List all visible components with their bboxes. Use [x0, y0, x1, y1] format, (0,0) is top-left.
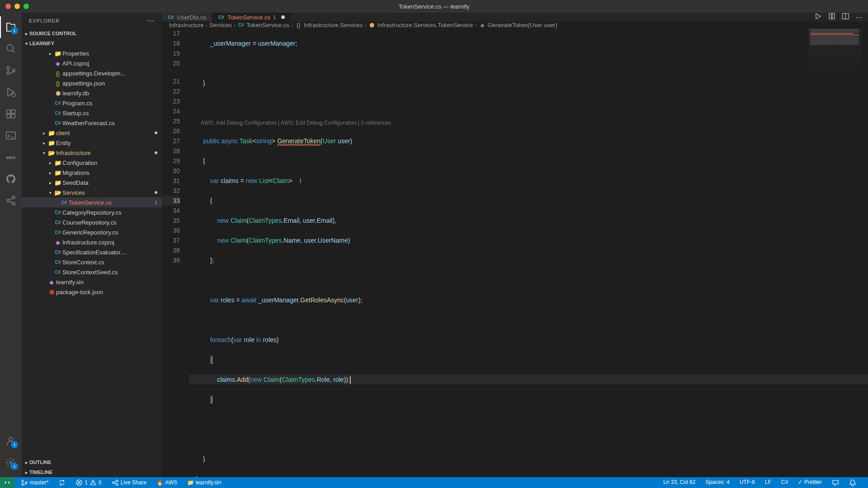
branch-button[interactable]: master*	[19, 477, 50, 488]
run-icon[interactable]	[815, 13, 822, 22]
split-icon[interactable]	[842, 13, 849, 22]
tree-file-tokenservice[interactable]: C#TokenService.cs1	[22, 197, 162, 207]
codelens[interactable]: AWS: Add Debug Configuration | AWS: Edit…	[201, 120, 391, 126]
tree-file-infracsproj[interactable]: ◆Infrastructure.csproj	[22, 237, 162, 247]
tree-file-learnifydb[interactable]: ⬢learnify.db	[22, 88, 162, 98]
maximize-window-button[interactable]	[24, 4, 29, 9]
csharp-icon: C#	[217, 15, 225, 20]
section-timeline[interactable]: TIMELINE	[22, 467, 162, 477]
encoding-button[interactable]: UTF-8	[738, 479, 757, 485]
solution-button[interactable]: 📁 learnify.sln	[185, 477, 223, 488]
tree-file-program[interactable]: C#Program.cs	[22, 98, 162, 108]
minimize-window-button[interactable]	[14, 4, 20, 9]
svg-rect-5	[7, 110, 10, 113]
svg-point-16	[22, 483, 24, 485]
tree-file-appsettings[interactable]: {}appsettings.json	[22, 78, 162, 88]
tab-bar: C# UserDto.cs C# TokenService.cs 1 ⋯	[162, 13, 868, 22]
breadcrumb-item[interactable]: GenerateToken(User user)	[488, 22, 557, 28]
terminal-tab[interactable]	[0, 125, 22, 146]
source-control-tab[interactable]	[0, 60, 22, 81]
tree-file-weather[interactable]: C#WeatherForecast.cs	[22, 118, 162, 128]
csharp-icon: C#	[237, 23, 245, 28]
minimap[interactable]	[807, 28, 862, 83]
flame-icon: 🔥	[156, 479, 163, 486]
svg-point-4	[12, 93, 15, 97]
tree-folder-services[interactable]: ▾📂Services	[22, 188, 162, 197]
eol-button[interactable]: LF	[763, 479, 773, 485]
sidebar-title: EXPLORER	[29, 18, 60, 23]
accounts-badge: 1	[11, 441, 18, 448]
explorer-badge: 1	[11, 27, 18, 34]
chevron-right-icon: ›	[364, 22, 366, 28]
svg-rect-12	[829, 14, 831, 19]
breadcrumb-item[interactable]: Services	[209, 22, 232, 28]
tree-file-packagelock[interactable]: ⬢package-lock.json	[22, 287, 162, 297]
tree-folder-entity[interactable]: ▸📁Entity	[22, 138, 162, 148]
settings-button[interactable]: 1	[0, 452, 22, 474]
run-debug-tab[interactable]	[0, 81, 22, 103]
search-tab[interactable]	[0, 38, 22, 60]
tree-file-startup[interactable]: C#Startup.cs	[22, 108, 162, 118]
breadcrumb-item[interactable]: TokenService.cs	[246, 22, 289, 28]
tree-folder-client[interactable]: ▸📁client	[22, 128, 162, 138]
svg-point-10	[9, 437, 13, 441]
tree-folder-infrastructure[interactable]: ▾📂Infrastructure	[22, 148, 162, 158]
chevron-right-icon: ›	[475, 22, 476, 28]
tree-folder-migrations[interactable]: ▸📁Migrations	[22, 168, 162, 178]
indentation-button[interactable]: Spaces: 4	[704, 479, 731, 485]
method-icon: ◈	[479, 22, 486, 28]
share-tab[interactable]	[0, 190, 22, 211]
more-icon[interactable]: ⋯	[855, 13, 863, 22]
breadcrumb-item[interactable]: Infrastructure.Services	[304, 22, 363, 28]
cursor-position[interactable]: Ln 33, Col 62	[661, 479, 697, 485]
tab-userdto[interactable]: C# UserDto.cs	[162, 13, 212, 22]
tree-folder-seeddata[interactable]: ▸📁SeedData	[22, 178, 162, 188]
tree-file-storecontext[interactable]: C#StoreContext.cs	[22, 257, 162, 267]
svg-rect-13	[832, 14, 835, 19]
chevron-right-icon	[25, 470, 28, 475]
code-content[interactable]: _userManager = userManager; } AWS: Add D…	[189, 28, 868, 477]
svg-rect-6	[11, 110, 15, 113]
language-button[interactable]: C#	[779, 479, 790, 485]
accounts-button[interactable]: 1	[0, 430, 22, 452]
breadcrumb-item[interactable]: Infrastructure.Services.TokenService	[377, 22, 473, 28]
diff-icon[interactable]	[828, 13, 835, 22]
svg-point-15	[22, 480, 24, 482]
tree-file-apicsproj[interactable]: ◆API.csproj	[22, 58, 162, 68]
remote-button[interactable]	[0, 477, 14, 488]
section-workspace[interactable]: LEARNIFY	[22, 38, 162, 48]
tree-file-storecontextseed[interactable]: C#StoreContextSeed.cs	[22, 267, 162, 277]
window-title: TokenService.cs — learnify	[399, 3, 470, 10]
section-outline[interactable]: OUTLINE	[22, 457, 162, 467]
liveshare-button[interactable]: Live Share	[110, 477, 148, 488]
code-editor[interactable]: 17 18 19 20 21 22 23 24 25 26 27 28 29 3…	[162, 28, 868, 477]
tree-folder-configuration[interactable]: ▸📁Configuration	[22, 158, 162, 168]
section-source-control[interactable]: SOURCE CONTROL	[22, 28, 162, 38]
explorer-tab[interactable]: 1	[0, 16, 22, 38]
tree-file-courserepo[interactable]: C#CourseRepository.cs	[22, 217, 162, 227]
notifications-button[interactable]	[847, 479, 858, 486]
aws-tab[interactable]: aws	[0, 146, 22, 168]
aws-button[interactable]: 🔥 AWS	[155, 477, 179, 488]
github-tab[interactable]	[0, 168, 22, 190]
tree-file-sln[interactable]: ◆learnify.sln	[22, 277, 162, 287]
sidebar-more-icon[interactable]: ⋯	[147, 16, 155, 25]
breadcrumbs[interactable]: Infrastructure › Services › C# TokenServ…	[162, 22, 868, 28]
tree-file-appsettingsdev[interactable]: {}appsettings.Developm...	[22, 68, 162, 78]
sync-button[interactable]	[57, 477, 67, 488]
tree-folder-properties[interactable]: ▸📁Properties	[22, 48, 162, 58]
feedback-button[interactable]	[830, 479, 841, 486]
tree-file-speceval[interactable]: C#SpecificationEvaluator....	[22, 247, 162, 257]
sidebar: EXPLORER ⋯ SOURCE CONTROL LEARNIFY ▸📁Pro…	[22, 13, 162, 477]
status-bar: master* 1 0 Live Share 🔥 AWS 📁 learnify.…	[0, 477, 868, 488]
text-cursor	[350, 376, 351, 384]
prettier-button[interactable]: ✓Prettier	[796, 479, 824, 485]
close-window-button[interactable]	[5, 4, 11, 9]
tree-file-genericrepo[interactable]: C#GenericRepository.cs	[22, 227, 162, 237]
file-tree: ▸📁Properties ◆API.csproj {}appsettings.D…	[22, 48, 162, 457]
tab-tokenservice[interactable]: C# TokenService.cs 1	[212, 13, 291, 22]
tree-file-categoryrepo[interactable]: C#CategoryRepository.cs	[22, 207, 162, 217]
breadcrumb-item[interactable]: Infrastructure	[169, 22, 204, 28]
extensions-tab[interactable]	[0, 103, 22, 125]
problems-button[interactable]: 1 0	[74, 477, 103, 488]
